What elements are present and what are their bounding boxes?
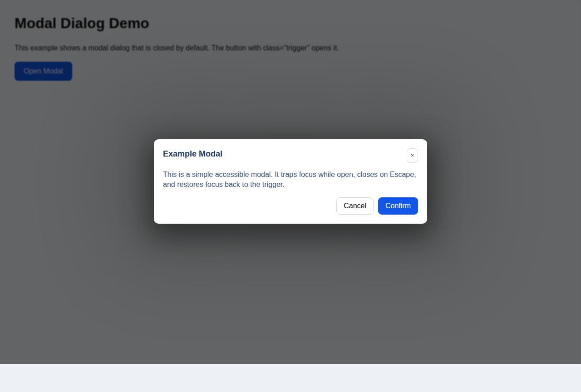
cancel-button[interactable]: Cancel: [336, 197, 374, 215]
modal-footer: Cancel Confirm: [163, 197, 418, 215]
modal-title: Example Modal: [163, 148, 222, 159]
close-icon[interactable]: ×: [407, 148, 418, 163]
demo-page: Modal Dialog Demo This example shows a m…: [0, 0, 581, 364]
modal-dialog: Example Modal × This is a simple accessi…: [154, 139, 427, 224]
confirm-button[interactable]: Confirm: [378, 197, 418, 215]
modal-header: Example Modal ×: [163, 148, 418, 163]
modal-body-text: This is a simple accessible modal. It tr…: [163, 170, 418, 190]
